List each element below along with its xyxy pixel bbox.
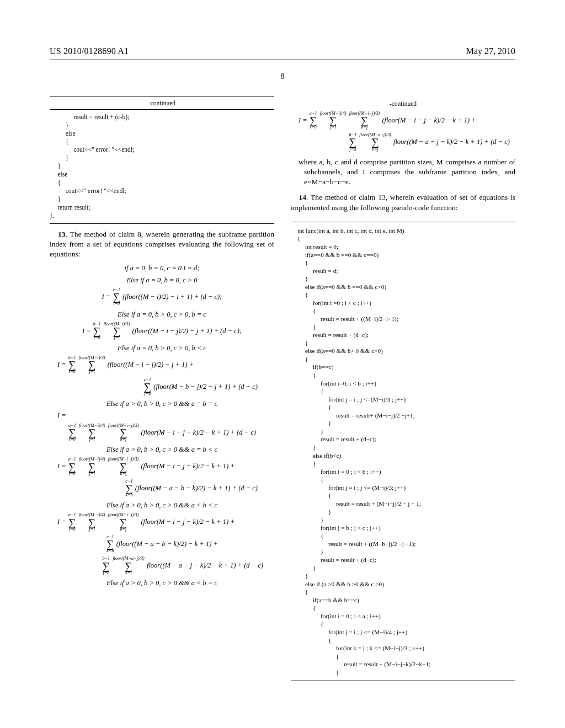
- continued-block-left: -continued result = result + (c-b); } el…: [50, 97, 274, 224]
- where-definition: where a, b, c and d comprise partition s…: [304, 157, 515, 188]
- pseudo-code-card: int func(int a, int b, int c, int d, int…: [291, 222, 515, 682]
- eq-case4-line1: I = b−1∑i=0 floor((M−i)/3)∑j=i (floor((M…: [50, 356, 274, 374]
- publication-date: May 27, 2010: [466, 46, 515, 56]
- eq-right-line2: b−1∑j=a floor((M−a−j)/3)∑k=j floor((M − …: [291, 133, 515, 152]
- eq-case7-line2: c−1∑k=b (floor((M − a − b − k)/2) − k + …: [50, 535, 274, 554]
- patent-page: US 2010/0128690 A1 May 27, 2010 8 -conti…: [0, 0, 565, 728]
- claim-14: 14. The method of claim 13, wherein eval…: [291, 192, 515, 212]
- eq-case5: a−1∑i=0 floor((M−i)/4)∑j=i floor((M−i−j)…: [50, 424, 274, 442]
- eq-case3: I = b−1∑i=0 floor((M−i)/3)∑j=i (floor((M…: [50, 322, 274, 341]
- publication-number: US 2010/0128690 A1: [50, 46, 129, 56]
- body-columns: -continued result = result + (c-b); } el…: [50, 97, 515, 706]
- continued-label-right: -continued: [291, 100, 515, 108]
- eq-case5-pre: I =: [50, 411, 274, 420]
- eq-case7-line3: b−1∑j=a floor((M−a−j)/3)∑k=j floor((M − …: [50, 556, 274, 575]
- eq-case8-label: Else if a > 0, b > 0, c > 0 && a < b = c: [50, 579, 274, 587]
- eq-case6-label: Else if a > 0, b > 0, c > 0 && a = b < c: [50, 445, 274, 454]
- pseudo-code-fragment: result = result + (c-b); } else { cout<<…: [50, 113, 274, 220]
- eq-case6-line2: c−1∑k=a (floor((M − a − b − k)/2) − k + …: [50, 479, 274, 498]
- eq-case7-line1: I = a−1∑i=0 floor((M−i)/4)∑j=i floor((M−…: [50, 513, 274, 532]
- eq-case2-label: Else if a = 0, b = 0, c > 0: [50, 276, 274, 285]
- eq-case4-label: Else if a = 0, b > 0, c > 0, b < c: [50, 344, 274, 352]
- eq-case2: I = c−1∑i=0 (floor((M − i)/2) − i + 1) +…: [50, 288, 274, 307]
- page-number: 8: [0, 72, 565, 81]
- eq-case3-label: Else if a = 0, b > 0, c > 0, b = c: [50, 310, 274, 319]
- claim-13: 13. The method of claim 8, wherein gener…: [50, 229, 274, 260]
- continued-eq-right: -continued I = a−1∑i=0 floor((M−i)/4)∑j=…: [291, 100, 515, 152]
- claim-number-14: 14: [299, 193, 307, 201]
- eq-case7-label: Else if a > 0, b > 0, c > 0 && a < b < c: [50, 501, 274, 510]
- eq-case4-line2: c−1∑j=b (floor(M − b − j)/2 − j + 1) + (…: [50, 378, 274, 397]
- continued-code-box: -continued result = result + (c-b); } el…: [50, 97, 274, 224]
- pseudo-code-function: int func(int a, int b, int c, int d, int…: [291, 227, 515, 677]
- eq-right-line1: I = a−1∑i=0 floor((M−i)/4)∑j=i floor((M−…: [291, 111, 515, 130]
- eq-case6-line1: I = a−1∑i=0 floor((M−i)/4)∑j=i floor((M−…: [50, 457, 274, 476]
- claim-number: 13: [58, 230, 66, 238]
- header-rule: [50, 60, 515, 60]
- claim-13-text: . The method of claim 8, wherein generat…: [50, 230, 274, 258]
- continued-label: -continued: [50, 99, 274, 110]
- claim-14-text: . The method of claim 13, wherein evalua…: [291, 193, 515, 211]
- eq-case1: if a = 0, b = 0, c = 0 I = d;: [50, 264, 274, 273]
- eq-case5-label: Else if a > 0, b > 0, c > 0 && a = b = c: [50, 399, 274, 408]
